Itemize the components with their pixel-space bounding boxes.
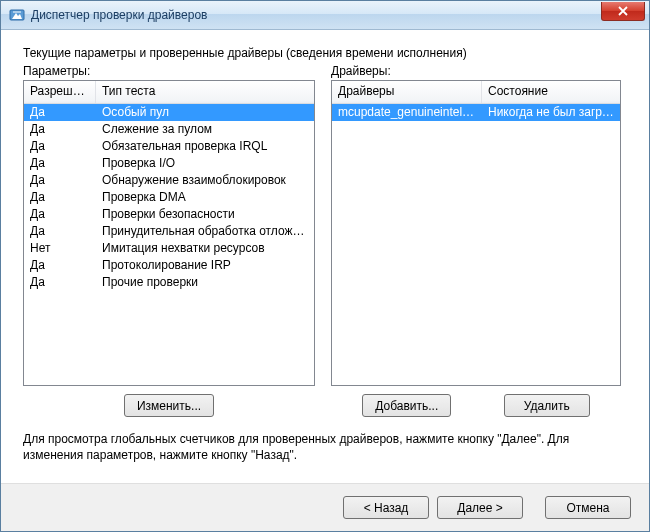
titlebar: Диспетчер проверки драйверов xyxy=(1,1,649,30)
cell-test-type: Прочие проверки xyxy=(96,274,314,291)
table-row[interactable]: НетИмитация нехватки ресурсов xyxy=(24,240,314,257)
col-test-type[interactable]: Тип теста xyxy=(96,81,314,103)
col-state[interactable]: Состояние xyxy=(482,81,620,103)
table-row[interactable]: ДаПрочие проверки xyxy=(24,274,314,291)
cell-allowed: Да xyxy=(24,104,96,121)
cell-allowed: Да xyxy=(24,257,96,274)
cell-test-type: Имитация нехватки ресурсов xyxy=(96,240,314,257)
cell-test-type: Протоколирование IRP xyxy=(96,257,314,274)
cell-driver: mcupdate_genuineintel.dll xyxy=(332,104,482,121)
table-row[interactable]: ДаПротоколирование IRP xyxy=(24,257,314,274)
back-button[interactable]: < Назад xyxy=(343,496,429,519)
cell-allowed: Да xyxy=(24,172,96,189)
table-row[interactable]: ДаСлежение за пулом xyxy=(24,121,314,138)
close-button[interactable] xyxy=(601,2,645,21)
panes: Параметры: Разреше... Тип теста ДаОсобый… xyxy=(23,64,627,417)
cell-test-type: Проверка DMA xyxy=(96,189,314,206)
params-body: ДаОсобый пулДаСлежение за пуломДаОбязате… xyxy=(24,104,314,385)
app-icon xyxy=(9,7,25,23)
table-row[interactable]: ДаОбязательная проверка IRQL xyxy=(24,138,314,155)
col-drivers[interactable]: Драйверы xyxy=(332,81,482,103)
next-button[interactable]: Далее > xyxy=(437,496,523,519)
cell-allowed: Да xyxy=(24,223,96,240)
table-row[interactable]: ДаПроверки безопасности xyxy=(24,206,314,223)
params-button-row: Изменить... xyxy=(23,394,315,417)
cell-allowed: Да xyxy=(24,274,96,291)
table-row[interactable]: ДаПринудительная обработка отложен... xyxy=(24,223,314,240)
table-row[interactable]: ДаПроверка DMA xyxy=(24,189,314,206)
cell-allowed: Да xyxy=(24,206,96,223)
drivers-header: Драйверы Состояние xyxy=(332,81,620,104)
add-button[interactable]: Добавить... xyxy=(362,394,451,417)
cell-test-type: Обнаружение взаимоблокировок xyxy=(96,172,314,189)
cell-allowed: Да xyxy=(24,138,96,155)
cell-test-type: Слежение за пулом xyxy=(96,121,314,138)
params-label: Параметры: xyxy=(23,64,315,78)
col-allowed[interactable]: Разреше... xyxy=(24,81,96,103)
cell-allowed: Да xyxy=(24,155,96,172)
cell-test-type: Принудительная обработка отложен... xyxy=(96,223,314,240)
cell-test-type: Проверки безопасности xyxy=(96,206,314,223)
cancel-button[interactable]: Отмена xyxy=(545,496,631,519)
cell-test-type: Проверка I/O xyxy=(96,155,314,172)
help-note: Для просмотра глобальных счетчиков для п… xyxy=(23,431,627,463)
drivers-label: Драйверы: xyxy=(331,64,621,78)
cell-allowed: Да xyxy=(24,121,96,138)
table-row[interactable]: mcupdate_genuineintel.dllНикогда не был … xyxy=(332,104,620,121)
drivers-pane: Драйверы: Драйверы Состояние mcupdate_ge… xyxy=(331,64,621,417)
close-icon xyxy=(618,6,628,16)
drivers-button-row: Добавить... Удалить xyxy=(331,394,621,417)
window-title: Диспетчер проверки драйверов xyxy=(31,8,207,22)
wizard-footer: < Назад Далее > Отмена xyxy=(1,483,649,531)
params-header: Разреше... Тип теста xyxy=(24,81,314,104)
delete-button[interactable]: Удалить xyxy=(504,394,590,417)
table-row[interactable]: ДаОбнаружение взаимоблокировок xyxy=(24,172,314,189)
params-pane: Параметры: Разреше... Тип теста ДаОсобый… xyxy=(23,64,315,417)
page-subtitle: Текущие параметры и проверенные драйверы… xyxy=(23,46,627,60)
drivers-listview[interactable]: Драйверы Состояние mcupdate_genuineintel… xyxy=(331,80,621,386)
cell-state: Никогда не был загру... xyxy=(482,104,620,121)
window-frame: Диспетчер проверки драйверов Текущие пар… xyxy=(0,0,650,532)
table-row[interactable]: ДаОсобый пул xyxy=(24,104,314,121)
cell-allowed: Нет xyxy=(24,240,96,257)
content-area: Текущие параметры и проверенные драйверы… xyxy=(1,30,649,483)
cell-test-type: Обязательная проверка IRQL xyxy=(96,138,314,155)
drivers-body: mcupdate_genuineintel.dllНикогда не был … xyxy=(332,104,620,385)
table-row[interactable]: ДаПроверка I/O xyxy=(24,155,314,172)
cell-allowed: Да xyxy=(24,189,96,206)
params-listview[interactable]: Разреше... Тип теста ДаОсобый пулДаСлеже… xyxy=(23,80,315,386)
change-button[interactable]: Изменить... xyxy=(124,394,214,417)
cell-test-type: Особый пул xyxy=(96,104,314,121)
